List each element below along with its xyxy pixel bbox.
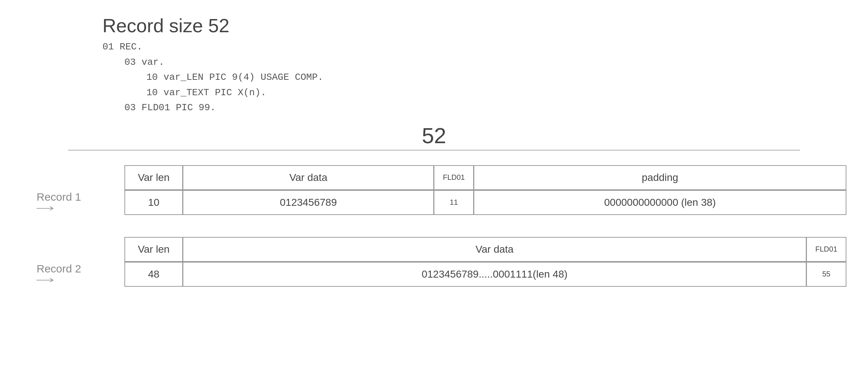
- record2-data-row: 48 0123456789.....0001111(len 48) 55: [124, 262, 846, 287]
- records-container: Record 1 Var len Var data FLD01 padding …: [37, 165, 846, 287]
- record2-header-vardata: Var data: [183, 237, 807, 262]
- record1-header-varlen: Var len: [124, 165, 183, 190]
- record1-group: Record 1 Var len Var data FLD01 padding …: [37, 165, 846, 215]
- record1-data-vardata: 0123456789: [183, 190, 434, 215]
- record2-header-fld01: FLD01: [806, 237, 846, 262]
- record2-data-varlen: 48: [124, 262, 183, 287]
- size-section: 52: [22, 123, 846, 151]
- record2-header-row: Var len Var data FLD01: [124, 237, 846, 262]
- record1-data-padding: 0000000000000 (len 38): [474, 190, 846, 215]
- size-divider: [68, 150, 800, 151]
- record1-header-vardata: Var data: [183, 165, 434, 190]
- record2-table: Var len Var data FLD01 48 0123456789....…: [124, 237, 846, 287]
- record2-group: Record 2 Var len Var data FLD01 48 01234…: [37, 237, 846, 287]
- record1-data-varlen: 10: [124, 190, 183, 215]
- record2-header-varlen: Var len: [124, 237, 183, 262]
- record1-label-area: Record 1: [37, 165, 124, 212]
- record2-label: Record 2: [37, 263, 81, 275]
- code-line-4: 10 var_TEXT PIC X(n).: [102, 85, 846, 101]
- record2-data-vardata: 0123456789.....0001111(len 48): [183, 262, 807, 287]
- code-line-5: 03 FLD01 PIC 99.: [102, 100, 846, 116]
- code-line-1: 01 REC.: [102, 40, 846, 55]
- record2-label-area: Record 2: [37, 237, 124, 284]
- record1-header-row: Var len Var data FLD01 padding: [124, 165, 846, 190]
- record2-data-fld01: 55: [806, 262, 846, 287]
- record1-data-row: 10 0123456789 11 0000000000000 (len 38): [124, 190, 846, 215]
- record2-arrow-icon: [37, 276, 55, 284]
- record1-label: Record 1: [37, 191, 81, 203]
- cobol-code: 01 REC. 03 var. 10 var_LEN PIC 9(4) USAG…: [102, 40, 846, 116]
- record1-label-wrapper: Record 1: [37, 191, 81, 212]
- code-line-2: 03 var.: [102, 55, 846, 70]
- record1-header-fld01: FLD01: [434, 165, 474, 190]
- size-number: 52: [422, 123, 446, 148]
- record1-data-fld01: 11: [434, 190, 474, 215]
- record1-arrow-icon: [37, 205, 55, 212]
- record2-label-wrapper: Record 2: [37, 263, 81, 284]
- record1-table: Var len Var data FLD01 padding 10 012345…: [124, 165, 846, 215]
- record1-header-padding: padding: [474, 165, 846, 190]
- page-title: Record size 52: [102, 15, 846, 37]
- code-line-3: 10 var_LEN PIC 9(4) USAGE COMP.: [102, 70, 846, 85]
